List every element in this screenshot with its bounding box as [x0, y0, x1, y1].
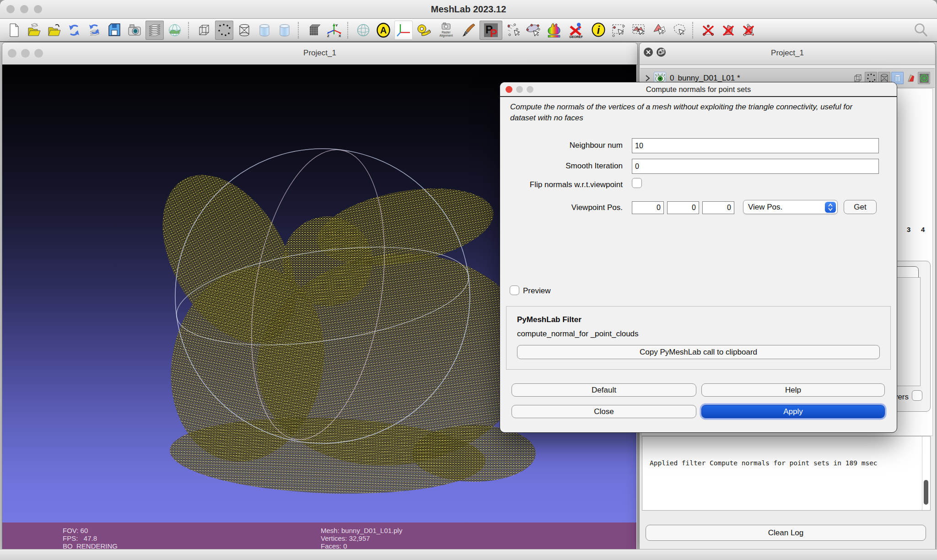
close-label: Close [594, 407, 614, 416]
measure-tool-icon[interactable] [415, 21, 433, 40]
copy-pymeshlab-button[interactable]: Copy PyMeshLab call to clipboard [517, 345, 880, 359]
render-bbox-icon[interactable] [195, 21, 213, 40]
svg-text:Y: Y [335, 23, 338, 27]
align-tool-icon[interactable] [504, 21, 522, 40]
search-filter-icon[interactable] [911, 21, 930, 40]
show-axis-icon[interactable]: YZX [325, 21, 343, 40]
hud-faces: Faces: 0 [321, 542, 347, 549]
viewport-status-strip: FOV: 60 FPS: 47.8 BO_RENDERING Mesh: bun… [2, 522, 636, 549]
get-label: Get [854, 203, 866, 212]
neighbour-num-label: Neighbour num [500, 141, 623, 150]
neighbour-num-input[interactable] [632, 138, 879, 153]
environment-map-icon[interactable] [166, 21, 184, 40]
main-toolbar: YZX A RasterAlignment PP GEOREF i [0, 19, 937, 42]
svg-text:GEOREF: GEOREF [569, 35, 583, 38]
viewport-window-title: Project_1 [2, 48, 637, 58]
render-flat-icon[interactable] [255, 21, 274, 40]
select-face-icon[interactable] [650, 21, 668, 40]
dialog-description: Compute the normals of the vertices of a… [510, 102, 876, 124]
partial-tab-number[interactable]: 4 [921, 226, 925, 233]
smooth-iteration-input[interactable] [632, 159, 879, 174]
svg-text:Raster: Raster [442, 31, 451, 34]
bottom-strip [0, 549, 937, 560]
meshlab-app: MeshLab 2023.12 YZX A RasterAlignment PP… [0, 0, 937, 560]
viewpoint-x-input[interactable] [632, 201, 664, 214]
georef-icon[interactable]: GEOREF [565, 21, 587, 40]
select-lasso-icon[interactable] [670, 21, 688, 40]
quoted-box-icon[interactable]: A [374, 21, 393, 40]
all-layers-checkbox[interactable] [912, 390, 922, 401]
expand-chevron-icon[interactable] [645, 75, 650, 82]
smooth-iteration-label: Smooth Iteration [500, 162, 623, 171]
copy-pymeshlab-label: Copy PyMeshLab call to clipboard [640, 348, 757, 357]
hud-rendering-mode: BO_RENDERING [63, 542, 118, 549]
hud-fov: FOV: 60 [63, 527, 88, 534]
default-button[interactable]: Default [512, 383, 696, 397]
toolbar-separator [188, 22, 191, 38]
toolbar-separator [298, 22, 301, 38]
partial-tab-number[interactable]: 3 [907, 226, 910, 233]
render-smooth-icon[interactable] [275, 21, 294, 40]
info-icon[interactable]: i [589, 21, 608, 40]
show-trackball-icon[interactable] [354, 21, 372, 40]
new-project-icon[interactable] [5, 21, 23, 40]
help-button[interactable]: Help [701, 383, 885, 397]
view-pos-dropdown[interactable]: View Pos. [743, 200, 838, 214]
delete-faces-icon[interactable] [719, 21, 738, 40]
layer-shader-icon[interactable] [918, 72, 930, 84]
reload-all-layers-icon[interactable] [85, 21, 103, 40]
show-layer-dialog-icon[interactable] [145, 21, 164, 40]
render-wireframe-icon[interactable] [235, 21, 253, 40]
svg-text:X: X [339, 34, 341, 38]
apply-label: Apply [783, 407, 803, 416]
clean-log-label: Clean Log [768, 528, 804, 538]
viewpoint-z-input[interactable] [702, 201, 734, 214]
layers-window-titlebar: Project_1 [640, 43, 935, 65]
close-button[interactable]: Close [512, 405, 696, 418]
mutual-information-align-icon[interactable] [524, 21, 543, 40]
snapshot-icon[interactable] [125, 21, 144, 40]
pymeshlab-heading: PyMeshLab Filter [517, 315, 582, 324]
render-points-icon[interactable] [215, 21, 233, 40]
delete-vertices-icon[interactable] [699, 21, 717, 40]
hud-mesh-name: Mesh: bunny_D01_L01.ply [321, 527, 402, 534]
pymeshlab-call: compute_normal_for _point_clouds [517, 329, 639, 339]
layer-index: 0 [670, 74, 674, 83]
preview-checkbox[interactable] [510, 285, 519, 295]
flip-normals-checkbox[interactable] [632, 178, 642, 188]
app-title: MeshLab 2023.12 [0, 4, 937, 15]
hud-vertices: Vertices: 32,957 [321, 534, 370, 542]
dialog-title: Compute normals for point sets [500, 85, 897, 94]
svg-text:P: P [490, 27, 497, 38]
viewpoint-pos-label: Viewpoint Pos. [500, 203, 623, 212]
quality-mapper-icon[interactable] [544, 21, 563, 40]
save-mesh-icon[interactable] [105, 21, 124, 40]
select-vertices-icon[interactable] [609, 21, 628, 40]
pymeshlab-icon[interactable]: PP [479, 21, 502, 40]
dropdown-stepper-icon [825, 202, 836, 213]
layer-texture-icon[interactable] [905, 72, 917, 84]
raster-alignment-icon[interactable]: RasterAlignment [435, 21, 458, 40]
viewpoint-y-input[interactable] [667, 201, 699, 214]
layer-name[interactable]: bunny_D01_L01 * [678, 74, 740, 83]
log-box[interactable]: Applied filter Compute normals for point… [642, 436, 931, 511]
get-viewpoint-button[interactable]: Get [844, 200, 877, 214]
open-project-icon[interactable] [25, 21, 43, 40]
clean-log-button[interactable]: Clean Log [646, 525, 926, 541]
default-label: Default [592, 386, 616, 395]
reload-mesh-icon[interactable] [65, 21, 83, 40]
log-scrollbar-thumb[interactable] [924, 480, 928, 505]
paint-tool-icon[interactable] [459, 21, 478, 40]
svg-text:i: i [597, 24, 600, 36]
render-voxel-grid-icon[interactable] [305, 21, 323, 40]
axes-corner-icon[interactable] [394, 21, 413, 40]
log-scrollbar-track [922, 436, 922, 510]
apply-button[interactable]: Apply [701, 405, 885, 418]
help-label: Help [785, 386, 801, 395]
import-mesh-icon[interactable] [45, 21, 63, 40]
app-titlebar: MeshLab 2023.12 [0, 0, 937, 19]
delete-faces-vertices-icon[interactable] [739, 21, 758, 40]
pymeshlab-box: PyMeshLab Filter compute_normal_for _poi… [506, 306, 891, 370]
layers-window-title: Project_1 [640, 48, 935, 58]
select-faces-rect-icon[interactable] [630, 21, 648, 40]
